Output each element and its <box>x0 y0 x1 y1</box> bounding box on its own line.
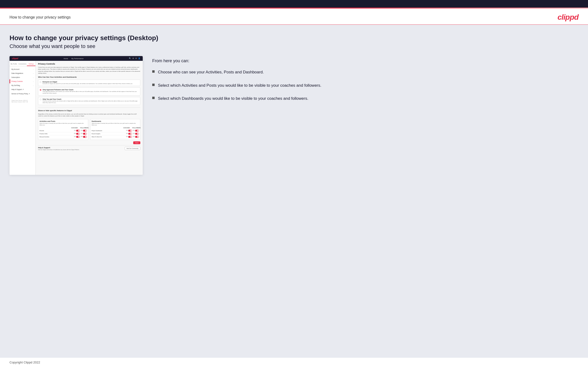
sidebar-item-label-data: Data Integrations <box>11 72 23 74</box>
sidebar-item-service-privacy[interactable]: Service & Privacy Policy ↗ <box>9 92 35 96</box>
radio-everyone[interactable]: Everyone on Clippd Everyone on Clippd ca… <box>38 80 140 86</box>
toggle-switch-rounds-coaches[interactable] <box>76 130 80 132</box>
radio-title-everyone: Everyone on Clippd <box>43 81 133 83</box>
footer: Copyright Clippd 2022 <box>0 358 588 367</box>
activities-title: Activities and Posts <box>40 120 87 122</box>
toggle-on-label: ON <box>74 130 76 131</box>
radio-circle-coach <box>40 99 41 100</box>
chevron-right-icon: › <box>33 77 34 78</box>
mini-sidebar-tabs: My Profile Connections Settings <box>9 62 35 66</box>
help-desc: Visit our Clippd community to troublesho… <box>38 149 79 150</box>
toggle-on-label: ON <box>133 133 135 134</box>
radio-coach-only[interactable]: Only You and Your Coach Only you and the… <box>38 97 140 105</box>
toggle-switch-work-followers[interactable] <box>135 136 139 138</box>
sidebar-item-subscription[interactable]: Subscription › <box>9 75 35 79</box>
toggle-switch-player-coaches[interactable] <box>128 130 132 132</box>
sidebar-item-account[interactable]: My Account › <box>9 67 35 71</box>
toggle-round-coaches[interactable]: ON <box>126 133 132 135</box>
toggle-switch-work-coaches[interactable] <box>128 136 132 138</box>
top-bar <box>0 0 588 8</box>
page-subtitle: Choose what you want people to see <box>9 43 579 50</box>
toggle-switch-practice-coaches[interactable] <box>76 133 80 135</box>
mini-nav-performance[interactable]: My Performance <box>71 58 84 59</box>
bullet-item-1: Choose who can see your Activities, Post… <box>152 69 579 75</box>
save-button[interactable]: Save <box>133 141 140 144</box>
radio-title-followers: Only Approved Followers and Your Coach <box>43 89 139 91</box>
mini-visibility-title: Who Can See Your Activities and Dashboar… <box>38 76 140 78</box>
toggle-player-followers[interactable]: ON <box>133 130 139 132</box>
sidebar-item-help[interactable]: Help & Support ↗ <box>9 87 35 92</box>
visit-community-button[interactable]: Visit Our Community <box>125 147 140 150</box>
mini-sidebar: My Profile Connections Settings My Accou… <box>9 61 36 175</box>
bullet-text-2: Select which Activities and Posts you wo… <box>158 83 321 89</box>
bullet-square-3 <box>152 97 155 99</box>
content-row: clippd Home My Performance 🔍 ⊞ ⚙ 👤 My <box>9 56 579 175</box>
help-title: Help & Support <box>38 147 79 149</box>
copyright-text: Copyright Clippd 2022 <box>9 361 40 364</box>
sidebar-item-label-golf-bag: My Golf Bag <box>11 84 20 86</box>
followers-label: FOLLOWERS <box>80 127 87 128</box>
dashboards-box: Dashboards Select the types of activity … <box>90 119 140 140</box>
radio-desc-followers: Only approved followers and coaches you … <box>43 91 139 94</box>
user-avatar[interactable]: 👤 <box>138 58 140 59</box>
toggle-on-label: ON <box>126 130 128 131</box>
tab-connections[interactable]: Connections <box>18 62 27 66</box>
logo: clippd <box>558 13 579 22</box>
sidebar-item-data-integrations[interactable]: Data Integrations › <box>9 71 35 75</box>
toggle-switch-manual-followers[interactable] <box>83 136 87 138</box>
toggle-switch-manual-coaches[interactable] <box>76 136 80 138</box>
toggle-label-manual: Manual Activities <box>40 136 49 138</box>
mini-nav-home[interactable]: Home <box>63 58 68 59</box>
toggle-on-label: ON <box>133 130 135 131</box>
tab-my-profile[interactable]: My Profile <box>9 62 18 66</box>
toggle-manual-followers[interactable]: ON <box>81 136 87 138</box>
top-bar-accent <box>0 8 588 8</box>
toggle-round-followers[interactable]: ON <box>133 133 139 135</box>
mini-nav: Home My Performance <box>63 58 84 59</box>
header-title: How to change your privacy settings <box>9 15 71 19</box>
settings-icon[interactable]: ⚙ <box>135 58 137 59</box>
toggle-row-what-to-work: What To Work On ON ON <box>92 135 139 139</box>
version-info: Clippd Client Version: 2022.8.2SQL Serve… <box>9 98 35 104</box>
radio-followers[interactable]: Only Approved Followers and Your Coach O… <box>38 87 140 95</box>
sidebar-item-label-service: Service & Privacy Policy ↗ <box>11 93 30 95</box>
dashboards-title: Dashboards <box>92 120 139 122</box>
save-row: Save <box>38 140 140 145</box>
chevron-right-icon: › <box>33 85 34 86</box>
grid-icon[interactable]: ⊞ <box>132 58 134 59</box>
mini-section-desc: Control how you and your data appears to… <box>38 66 140 74</box>
toggle-work-coaches[interactable]: ON <box>126 136 132 138</box>
toggle-on-label: ON <box>81 130 83 131</box>
toggle-switch-round-coaches[interactable] <box>128 133 132 135</box>
toggle-rounds-followers[interactable]: ON <box>81 130 87 132</box>
toggle-row-rounds: Rounds ON ON <box>40 129 87 132</box>
toggle-controls-round-insights: ON ON <box>126 133 139 135</box>
sidebar-item-label-help: Help & Support ↗ <box>11 89 24 91</box>
toggle-switch-rounds-followers[interactable] <box>83 130 87 132</box>
toggle-controls-rounds: ON ON <box>74 130 87 132</box>
toggle-controls-what-to-work: ON ON <box>126 136 139 138</box>
radio-title-coach: Only You and Your Coach <box>43 98 139 100</box>
toggle-player-coaches[interactable]: ON <box>126 130 132 132</box>
toggle-on-label: ON <box>81 133 83 134</box>
dashboards-toggle-header: COACHES FOLLOWERS <box>92 127 139 128</box>
sidebar-item-privacy-controls[interactable]: Privacy Controls › <box>9 79 35 83</box>
chevron-right-icon: › <box>33 81 34 82</box>
toggle-rounds-coaches[interactable]: ON <box>74 130 80 132</box>
toggle-practice-coaches[interactable]: ON <box>74 133 80 135</box>
toggle-switch-round-followers[interactable] <box>135 133 139 135</box>
bullet-square-1 <box>152 70 155 73</box>
sidebar-item-golf-bag[interactable]: My Golf Bag › <box>9 83 35 87</box>
coaches-label: COACHES <box>123 127 130 128</box>
toggle-switch-practice-followers[interactable] <box>83 133 87 135</box>
toggle-switch-player-followers[interactable] <box>135 130 139 132</box>
page-title: How to change your privacy settings (Des… <box>9 34 579 42</box>
tab-settings[interactable]: Settings <box>27 62 35 66</box>
radio-desc-coach: Only you and the coaches you connect wit… <box>43 100 139 104</box>
search-icon[interactable]: 🔍 <box>129 58 131 59</box>
mini-toggle-section: Activities and Posts Select the types of… <box>38 119 140 140</box>
toggle-work-followers[interactable]: ON <box>133 136 139 138</box>
toggle-manual-coaches[interactable]: ON <box>74 136 80 138</box>
toggle-controls-practice: ON ON <box>74 133 87 135</box>
toggle-practice-followers[interactable]: ON <box>81 133 87 135</box>
